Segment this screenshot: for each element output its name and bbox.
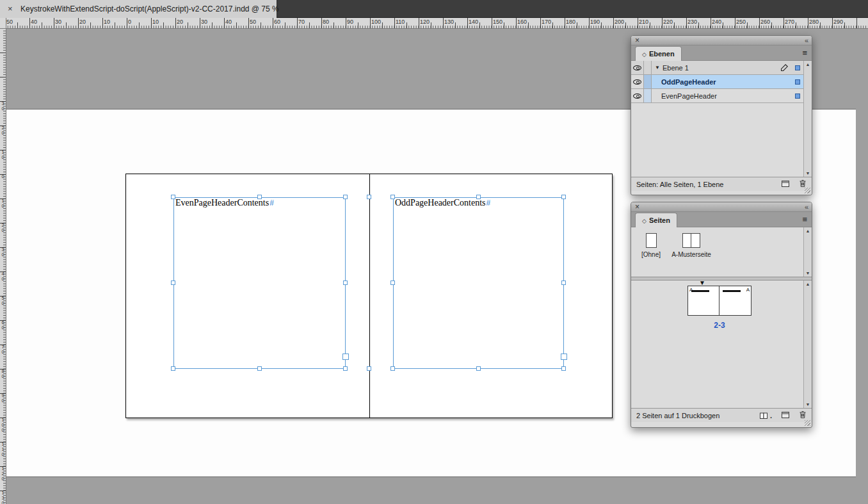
layers-scrollbar[interactable]: ▲ ▼ [803, 61, 812, 177]
eye-icon [633, 65, 641, 70]
panel-resize-grip[interactable] [805, 420, 810, 426]
pages-scrollbar[interactable]: ▲ ▼ [803, 280, 812, 408]
even-page-header-text-frame[interactable]: EvenPageHeaderContents# [173, 197, 346, 369]
master-a-item[interactable]: A-Musterseite [666, 233, 717, 258]
frame-handle[interactable] [476, 195, 481, 199]
ruler-number: 200 [615, 19, 624, 25]
single-page-icon [646, 233, 657, 248]
spread-page-numbers[interactable]: 2-3 [687, 321, 751, 330]
ruler-number: 10 [0, 199, 6, 209]
ruler-number: 0 [0, 174, 6, 179]
frame-handle[interactable] [343, 280, 348, 285]
ruler-number: 110 [0, 442, 6, 457]
ruler-number: 260 [760, 19, 770, 25]
masters-scrollbar[interactable]: ▲ ▼ [803, 227, 812, 277]
horizontal-ruler[interactable]: 5040302010010203040506070809010011012013… [6, 18, 868, 29]
ruler-origin-corner[interactable] [0, 18, 6, 29]
panel-state-icon: ◇ [642, 51, 647, 58]
layer-row-ebene-1[interactable]: ▼ Ebene 1 [631, 61, 803, 75]
scroll-up-icon[interactable]: ▲ [804, 229, 812, 233]
tab-ebenen[interactable]: ◇Ebenen [635, 46, 682, 61]
panel-collapse-icon[interactable]: « [805, 202, 808, 211]
vertical-ruler[interactable]: 3020100102030405060708090100110120130 [0, 29, 6, 504]
layer-row-evenpageheader[interactable]: EvenPageHeader [631, 89, 803, 103]
frame-handle[interactable] [390, 280, 395, 285]
frame-handle[interactable] [390, 195, 395, 199]
panel-close-icon[interactable]: × [635, 202, 639, 211]
layers-panel-header[interactable]: × « [631, 36, 812, 45]
layer-name-cell[interactable]: ▼ Ebene 1 [652, 61, 803, 74]
lock-cell[interactable] [644, 75, 652, 88]
master-none-item[interactable]: [Ohne] [638, 233, 664, 258]
delete-page-trash-icon[interactable] [799, 411, 807, 420]
lock-cell[interactable] [644, 61, 652, 74]
frame-handle[interactable] [257, 195, 262, 199]
edit-spread-icon[interactable]: . [759, 412, 772, 419]
master-label: [Ohne] [638, 251, 664, 258]
new-page-icon[interactable] [781, 411, 790, 420]
frame-handle[interactable] [171, 195, 175, 199]
item-name-cell[interactable]: OddPageHeader [652, 75, 803, 88]
odd-page-header-text-frame[interactable]: OddPageHeaderContents# [393, 197, 564, 369]
layer-row-oddpageheader[interactable]: OddPageHeader [631, 75, 803, 89]
ruler-number: 140 [469, 19, 478, 25]
spread-thumbnail[interactable]: A A [687, 286, 751, 316]
scroll-down-icon[interactable]: ▼ [804, 402, 812, 407]
frame-handle[interactable] [343, 195, 348, 199]
page-3-thumbnail[interactable]: A [719, 286, 751, 316]
indesign-application-window: × KeystrokeWithExtendScript-doScript(App… [0, 0, 868, 504]
selection-proxy[interactable] [795, 79, 800, 85]
panel-menu-icon[interactable]: ≡ [802, 48, 807, 58]
panel-menu-icon[interactable]: ≡ [802, 215, 807, 224]
panel-collapse-icon[interactable]: « [805, 36, 808, 45]
frame-handle[interactable] [390, 366, 395, 371]
ruler-number: 210 [639, 19, 648, 25]
tab-seiten[interactable]: ◇Seiten [635, 213, 677, 227]
disclosure-triangle-icon[interactable]: ▼ [655, 65, 660, 70]
ruler-number: 180 [566, 19, 575, 25]
scroll-up-icon[interactable]: ▲ [804, 62, 812, 67]
page-spine [369, 174, 370, 418]
text-outport-handle[interactable] [342, 354, 349, 360]
masters-section: [Ohne] A-Musterseite ▲ ▼ [631, 227, 812, 277]
pages-panel-tab-strip: ◇Seiten ≡ [631, 212, 812, 227]
ruler-number: 240 [712, 19, 721, 25]
visibility-toggle[interactable] [631, 61, 644, 74]
frame-handle[interactable] [561, 280, 566, 285]
pages-tab-label: Seiten [649, 216, 670, 224]
item-name-cell[interactable]: EvenPageHeader [652, 89, 803, 102]
scroll-up-icon[interactable]: ▲ [804, 282, 812, 286]
scroll-down-icon[interactable]: ▼ [804, 271, 812, 275]
page-2-thumbnail[interactable]: A [687, 286, 719, 316]
frame-handle[interactable] [343, 366, 348, 371]
scroll-down-icon[interactable]: ▼ [804, 171, 812, 175]
visibility-toggle[interactable] [631, 89, 644, 102]
selection-proxy[interactable] [795, 65, 800, 70]
ruler-number: 50 [250, 19, 256, 25]
panel-close-icon[interactable]: × [635, 36, 639, 45]
new-layer-icon[interactable] [781, 180, 790, 189]
frame-handle[interactable] [367, 366, 371, 371]
selection-proxy[interactable] [795, 93, 800, 99]
odd-header-text: OddPageHeaderContents [395, 198, 486, 207]
frame-handle[interactable] [561, 195, 566, 199]
frame-handle[interactable] [561, 366, 566, 371]
ruler-number: 230 [687, 19, 697, 25]
panel-resize-grip[interactable] [805, 188, 810, 193]
lock-cell[interactable] [644, 89, 652, 102]
text-outport-handle[interactable] [561, 354, 567, 360]
frame-handle[interactable] [171, 280, 175, 285]
pages-panel-header[interactable]: × « [631, 202, 812, 212]
frame-handle[interactable] [171, 366, 175, 371]
ruler-number: 80 [0, 369, 6, 379]
frame-handle[interactable] [367, 195, 371, 199]
frame-handle[interactable] [257, 366, 262, 371]
document-tab[interactable]: × KeystrokeWithExtendScript-doScript(App… [0, 0, 277, 18]
frame-handle[interactable] [476, 366, 481, 371]
visibility-toggle[interactable] [631, 75, 644, 88]
pen-icon [781, 64, 788, 71]
ruler-number: 190 [590, 19, 600, 25]
eye-icon [633, 79, 641, 85]
close-tab-icon[interactable]: × [8, 0, 13, 18]
ruler-number: 150 [493, 19, 502, 25]
